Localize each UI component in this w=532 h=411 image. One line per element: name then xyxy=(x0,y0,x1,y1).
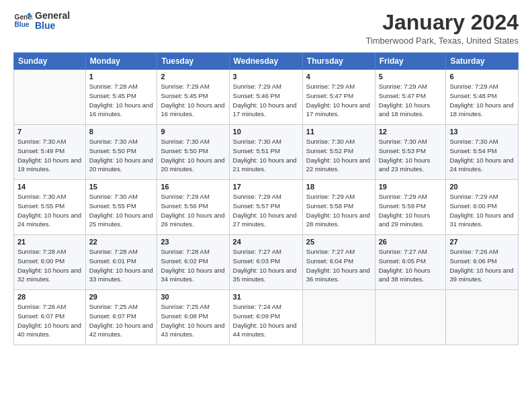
calendar-cell: 9Sunrise: 7:30 AMSunset: 5:50 PMDaylight… xyxy=(157,125,229,180)
day-info: Sunrise: 7:29 AMSunset: 5:59 PMDaylight:… xyxy=(379,192,443,229)
calendar-cell: 21Sunrise: 7:28 AMSunset: 6:00 PMDayligh… xyxy=(14,235,86,290)
day-info: Sunrise: 7:28 AMSunset: 6:01 PMDaylight:… xyxy=(89,247,154,284)
weekday-header-sunday: Sunday xyxy=(14,53,86,70)
day-info: Sunrise: 7:29 AMSunset: 5:56 PMDaylight:… xyxy=(161,192,225,229)
calendar-cell: 19Sunrise: 7:29 AMSunset: 5:59 PMDayligh… xyxy=(375,180,446,235)
day-info: Sunrise: 7:29 AMSunset: 5:57 PMDaylight:… xyxy=(233,192,299,229)
day-info: Sunrise: 7:30 AMSunset: 5:55 PMDaylight:… xyxy=(89,192,154,229)
day-number: 4 xyxy=(306,73,371,81)
day-number: 12 xyxy=(379,128,443,136)
day-info: Sunrise: 7:27 AMSunset: 6:03 PMDaylight:… xyxy=(233,247,299,284)
calendar-cell: 28Sunrise: 7:26 AMSunset: 6:07 PMDayligh… xyxy=(14,290,86,345)
week-row-1: 1Sunrise: 7:28 AMSunset: 5:45 PMDaylight… xyxy=(14,70,519,125)
calendar-cell: 10Sunrise: 7:30 AMSunset: 5:51 PMDayligh… xyxy=(229,125,302,180)
day-info: Sunrise: 7:30 AMSunset: 5:51 PMDaylight:… xyxy=(233,137,299,174)
calendar-cell: 30Sunrise: 7:25 AMSunset: 6:08 PMDayligh… xyxy=(157,290,229,345)
day-number: 29 xyxy=(89,293,154,301)
day-number: 1 xyxy=(89,73,154,81)
day-number: 7 xyxy=(17,128,82,136)
day-number: 11 xyxy=(306,128,371,136)
weekday-header-thursday: Thursday xyxy=(302,53,375,70)
calendar-cell: 2Sunrise: 7:29 AMSunset: 5:45 PMDaylight… xyxy=(157,70,229,125)
day-number: 30 xyxy=(161,293,225,301)
weekday-header-monday: Monday xyxy=(85,53,157,70)
logo-line1: General xyxy=(35,11,70,21)
day-info: Sunrise: 7:30 AMSunset: 5:49 PMDaylight:… xyxy=(17,137,82,174)
day-number: 16 xyxy=(161,183,225,191)
day-number: 14 xyxy=(17,183,82,191)
day-number: 23 xyxy=(161,238,225,246)
day-number: 21 xyxy=(17,238,82,246)
header: General Blue General Blue January 2024 T… xyxy=(13,11,519,46)
day-number: 5 xyxy=(379,73,443,81)
day-number: 19 xyxy=(379,183,443,191)
day-number: 22 xyxy=(89,238,154,246)
day-info: Sunrise: 7:29 AMSunset: 5:46 PMDaylight:… xyxy=(233,82,299,119)
calendar-cell: 4Sunrise: 7:29 AMSunset: 5:47 PMDaylight… xyxy=(302,70,375,125)
calendar-cell: 15Sunrise: 7:30 AMSunset: 5:55 PMDayligh… xyxy=(85,180,157,235)
calendar-cell: 1Sunrise: 7:28 AMSunset: 5:45 PMDaylight… xyxy=(85,70,157,125)
week-row-2: 7Sunrise: 7:30 AMSunset: 5:49 PMDaylight… xyxy=(14,125,519,180)
calendar-cell: 22Sunrise: 7:28 AMSunset: 6:01 PMDayligh… xyxy=(85,235,157,290)
calendar-cell xyxy=(14,70,86,125)
day-info: Sunrise: 7:29 AMSunset: 5:48 PMDaylight:… xyxy=(449,82,515,119)
calendar-cell: 25Sunrise: 7:27 AMSunset: 6:04 PMDayligh… xyxy=(302,235,375,290)
svg-text:Blue: Blue xyxy=(15,21,30,28)
day-info: Sunrise: 7:29 AMSunset: 5:47 PMDaylight:… xyxy=(306,82,371,119)
day-number: 13 xyxy=(449,128,515,136)
weekday-header-row: SundayMondayTuesdayWednesdayThursdayFrid… xyxy=(14,53,519,70)
day-number: 9 xyxy=(161,128,225,136)
day-info: Sunrise: 7:29 AMSunset: 5:45 PMDaylight:… xyxy=(161,82,225,119)
logo: General Blue General Blue xyxy=(13,11,70,32)
day-number: 28 xyxy=(17,293,82,301)
day-number: 10 xyxy=(233,128,299,136)
calendar-cell: 8Sunrise: 7:30 AMSunset: 5:50 PMDaylight… xyxy=(85,125,157,180)
calendar-cell: 26Sunrise: 7:27 AMSunset: 6:05 PMDayligh… xyxy=(375,235,446,290)
day-number: 24 xyxy=(233,238,299,246)
day-number: 26 xyxy=(379,238,443,246)
day-number: 8 xyxy=(89,128,154,136)
calendar-cell xyxy=(375,290,446,345)
calendar-cell: 7Sunrise: 7:30 AMSunset: 5:49 PMDaylight… xyxy=(14,125,86,180)
day-number: 15 xyxy=(89,183,154,191)
day-info: Sunrise: 7:24 AMSunset: 6:09 PMDaylight:… xyxy=(233,302,299,339)
calendar-cell: 11Sunrise: 7:30 AMSunset: 5:52 PMDayligh… xyxy=(302,125,375,180)
day-info: Sunrise: 7:25 AMSunset: 6:08 PMDaylight:… xyxy=(161,302,225,339)
weekday-header-saturday: Saturday xyxy=(446,53,519,70)
day-number: 20 xyxy=(449,183,515,191)
logo-icon: General Blue xyxy=(13,11,32,30)
week-row-4: 21Sunrise: 7:28 AMSunset: 6:00 PMDayligh… xyxy=(14,235,519,290)
day-info: Sunrise: 7:28 AMSunset: 5:45 PMDaylight:… xyxy=(89,82,154,119)
day-number: 3 xyxy=(233,73,299,81)
calendar-cell: 31Sunrise: 7:24 AMSunset: 6:09 PMDayligh… xyxy=(229,290,302,345)
calendar-cell: 23Sunrise: 7:28 AMSunset: 6:02 PMDayligh… xyxy=(157,235,229,290)
day-info: Sunrise: 7:30 AMSunset: 5:50 PMDaylight:… xyxy=(89,137,154,174)
weekday-header-tuesday: Tuesday xyxy=(157,53,229,70)
day-info: Sunrise: 7:28 AMSunset: 6:00 PMDaylight:… xyxy=(17,247,82,284)
day-info: Sunrise: 7:29 AMSunset: 5:58 PMDaylight:… xyxy=(306,192,371,229)
day-info: Sunrise: 7:26 AMSunset: 6:06 PMDaylight:… xyxy=(449,247,515,284)
day-info: Sunrise: 7:25 AMSunset: 6:07 PMDaylight:… xyxy=(89,302,154,339)
day-info: Sunrise: 7:30 AMSunset: 5:52 PMDaylight:… xyxy=(306,137,371,174)
calendar-cell: 16Sunrise: 7:29 AMSunset: 5:56 PMDayligh… xyxy=(157,180,229,235)
calendar-cell: 29Sunrise: 7:25 AMSunset: 6:07 PMDayligh… xyxy=(85,290,157,345)
calendar-cell: 27Sunrise: 7:26 AMSunset: 6:06 PMDayligh… xyxy=(446,235,519,290)
day-number: 2 xyxy=(161,73,225,81)
calendar-cell xyxy=(446,290,519,345)
week-row-3: 14Sunrise: 7:30 AMSunset: 5:55 PMDayligh… xyxy=(14,180,519,235)
weekday-header-friday: Friday xyxy=(375,53,446,70)
weekday-header-wednesday: Wednesday xyxy=(229,53,302,70)
calendar-cell: 24Sunrise: 7:27 AMSunset: 6:03 PMDayligh… xyxy=(229,235,302,290)
day-info: Sunrise: 7:30 AMSunset: 5:50 PMDaylight:… xyxy=(161,137,225,174)
day-info: Sunrise: 7:29 AMSunset: 5:47 PMDaylight:… xyxy=(379,82,443,119)
logo-line2: Blue xyxy=(35,21,70,31)
week-row-5: 28Sunrise: 7:26 AMSunset: 6:07 PMDayligh… xyxy=(14,290,519,345)
calendar: SundayMondayTuesdayWednesdayThursdayFrid… xyxy=(13,52,519,345)
day-number: 27 xyxy=(449,238,515,246)
day-info: Sunrise: 7:26 AMSunset: 6:07 PMDaylight:… xyxy=(17,302,82,339)
month-title: January 2024 xyxy=(365,11,519,34)
title-block: January 2024 Timberwood Park, Texas, Uni… xyxy=(365,11,519,46)
day-info: Sunrise: 7:28 AMSunset: 6:02 PMDaylight:… xyxy=(161,247,225,284)
day-number: 25 xyxy=(306,238,371,246)
day-info: Sunrise: 7:27 AMSunset: 6:04 PMDaylight:… xyxy=(306,247,371,284)
